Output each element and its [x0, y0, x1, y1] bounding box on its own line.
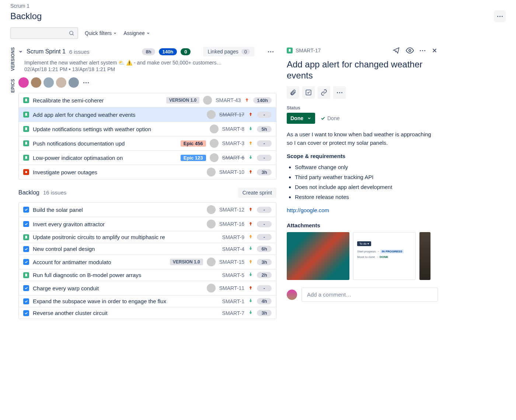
page-more-button[interactable]	[494, 10, 506, 22]
avatar[interactable]	[43, 77, 54, 88]
issue-key[interactable]: SMART-3	[222, 140, 244, 146]
quick-filters-label: Quick filters	[85, 30, 112, 36]
issue-row[interactable]: Account for antimatter modulatoVERSION 1…	[19, 255, 276, 269]
issue-key[interactable]: SMART-4	[222, 246, 244, 252]
sprint-name[interactable]: Scrum Sprint 1	[27, 48, 66, 55]
issue-row[interactable]: Reverse another cluster circuitSMART-73h	[19, 307, 276, 319]
assignee-avatar[interactable]	[207, 168, 216, 176]
priority-icon	[248, 298, 253, 304]
status-dropdown[interactable]: Done	[287, 113, 315, 124]
assignee-avatar[interactable]	[203, 96, 212, 105]
issue-title: Expand the subspace wave in order to eng…	[33, 298, 219, 304]
assignee-avatar[interactable]	[210, 125, 219, 133]
issue-key[interactable]: SMART-7	[222, 310, 244, 316]
assignee-avatar[interactable]	[207, 220, 216, 228]
search-input[interactable]	[10, 27, 78, 39]
versions-tab[interactable]: VERSIONS	[10, 47, 15, 71]
link-button[interactable]	[318, 86, 330, 99]
issue-title: Add app alert for changed weather events	[33, 112, 203, 118]
comment-input[interactable]: Add a comment…	[301, 287, 438, 302]
issue-title: Account for antimatter modulato	[33, 259, 166, 265]
attachment-thumb[interactable]: To do ▾ Start progress → IN PROGRESS Mov…	[353, 232, 416, 280]
feedback-icon[interactable]	[393, 47, 400, 54]
avatar[interactable]	[69, 77, 79, 88]
detail-actions-more[interactable]	[333, 86, 346, 99]
avatar[interactable]	[18, 77, 29, 88]
issue-key[interactable]: SMART-15	[219, 259, 244, 265]
add-child-button[interactable]	[302, 86, 315, 99]
assignee-avatar[interactable]	[207, 258, 216, 266]
issue-key[interactable]: SMART-9	[222, 234, 244, 240]
assignee-avatar[interactable]	[207, 284, 216, 293]
assignee-avatar[interactable]	[207, 110, 216, 119]
issue-row[interactable]: Investigate power outagesSMART-103h	[19, 165, 276, 179]
estimate-done-pill: 0	[181, 48, 191, 55]
watch-icon[interactable]	[406, 46, 414, 55]
issue-key[interactable]: SMART-17	[219, 112, 244, 118]
issue-key[interactable]: SMART-10	[219, 169, 244, 175]
epic-tag[interactable]: Epic 456	[181, 140, 206, 147]
more-assignees-button[interactable]	[83, 82, 89, 83]
close-icon[interactable]	[431, 47, 438, 54]
status-value: Done	[290, 115, 303, 121]
attach-button[interactable]	[287, 86, 299, 99]
chevron-down-icon	[113, 31, 117, 35]
issue-key[interactable]: SMART-8	[222, 126, 244, 132]
quick-filters-button[interactable]: Quick filters	[85, 30, 117, 36]
issue-key[interactable]: SMART-5	[222, 272, 244, 278]
detail-issue-key[interactable]: SMART-17	[296, 48, 321, 53]
issue-row[interactable]: Add app alert for changed weather events…	[19, 108, 276, 122]
issue-row[interactable]: Update notifications settings with weath…	[19, 122, 276, 136]
backlog-issue-list: Build the solar panelSMART-12-Invert eve…	[18, 202, 276, 319]
story-icon	[23, 126, 29, 132]
issue-key[interactable]: SMART-6	[222, 155, 244, 161]
issue-row[interactable]: Invert every graviton attractorSMART-16-	[19, 217, 276, 231]
create-sprint-button[interactable]: Create sprint	[238, 188, 276, 198]
dots-icon	[268, 51, 273, 52]
issue-key[interactable]: SMART-1	[222, 298, 244, 304]
issue-key[interactable]: SMART-43	[216, 97, 241, 103]
issue-row[interactable]: New control panel designSMART-46h	[19, 243, 276, 255]
scope-list: Software change onlyThird party weather …	[287, 162, 438, 202]
issue-row[interactable]: Update positronic circuits to amplify ou…	[19, 231, 276, 243]
page-title: Backlog	[10, 11, 42, 21]
detail-link[interactable]: http://google.com	[287, 207, 329, 213]
priority-icon	[248, 221, 253, 227]
detail-more-button[interactable]	[420, 50, 425, 51]
detail-title[interactable]: Add app alert for changed weather events	[287, 59, 438, 81]
assignee-filter-label: Assignee	[123, 30, 145, 36]
issue-row[interactable]: Push notifications documentation updEpic…	[19, 136, 276, 151]
avatar[interactable]	[31, 77, 41, 88]
assignee-avatar[interactable]	[210, 153, 219, 162]
issue-title: Low-power indicator optimasation on	[33, 155, 177, 161]
issue-row[interactable]: Build the solar panelSMART-12-	[19, 203, 276, 217]
issue-row[interactable]: Expand the subspace wave in order to eng…	[19, 295, 276, 307]
sprint-more-button[interactable]	[265, 46, 276, 57]
scope-item: Restore release notes	[295, 192, 438, 202]
assignee-filter-button[interactable]: Assignee	[123, 30, 150, 36]
issue-key[interactable]: SMART-11	[219, 285, 244, 291]
estimate-inprogress-pill: 140h	[159, 48, 177, 55]
epics-tab[interactable]: EPICS	[10, 79, 15, 93]
attachment-thumb[interactable]	[287, 232, 349, 280]
attachment-thumb[interactable]	[419, 232, 430, 280]
issue-key[interactable]: SMART-16	[219, 221, 244, 227]
issue-row[interactable]: Charge every warp conduitSMART-11-	[19, 281, 276, 295]
issue-row[interactable]: Recalibrate the semi-cohererVERSION 1.0S…	[19, 93, 276, 108]
epic-tag[interactable]: Epic 123	[181, 155, 206, 161]
status-label: Status	[287, 105, 438, 111]
assignee-avatar[interactable]	[207, 205, 216, 214]
detail-description[interactable]: As a user I want to know when bad weathe…	[287, 130, 438, 147]
estimate-pill: 2h	[257, 272, 272, 278]
avatar[interactable]	[56, 77, 66, 88]
assignee-avatar[interactable]	[210, 139, 219, 148]
estimate-pill: -	[257, 234, 272, 240]
chevron-down-icon[interactable]	[18, 49, 23, 54]
linked-pages-button[interactable]: Linked pages 0	[203, 47, 254, 56]
issue-row[interactable]: Run full diagnostic on B-model power arr…	[19, 269, 276, 281]
sprint-issue-count: 6 issues	[69, 49, 90, 55]
issue-row[interactable]: Low-power indicator optimasation onEpic …	[19, 151, 276, 165]
breadcrumb[interactable]: Scrum 1	[10, 3, 506, 9]
story-icon	[23, 234, 29, 240]
issue-key[interactable]: SMART-12	[219, 207, 244, 213]
